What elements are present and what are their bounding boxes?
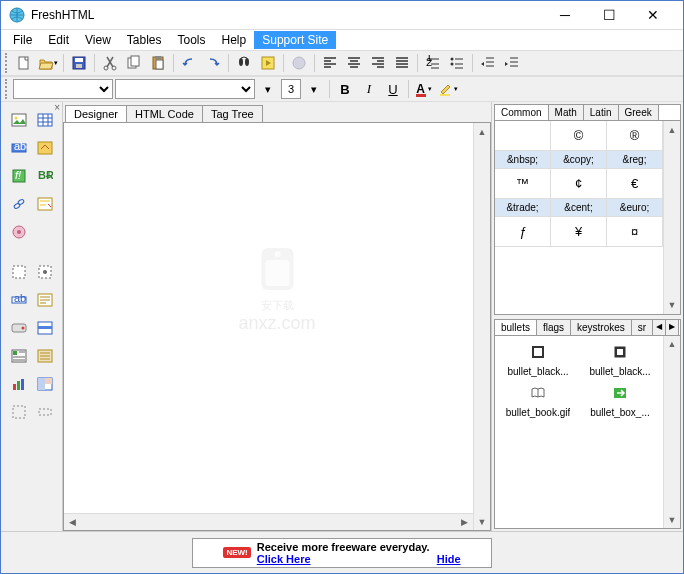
char-cent[interactable]: ¢: [551, 169, 607, 199]
tool-marquee[interactable]: abc: [9, 138, 29, 158]
font-size-up-button[interactable]: ▾: [303, 78, 325, 100]
paragraph-select[interactable]: [13, 79, 113, 99]
align-justify-button[interactable]: [391, 52, 413, 74]
tab-html-code[interactable]: HTML Code: [126, 105, 203, 122]
undo-button[interactable]: [178, 52, 200, 74]
tool-radio[interactable]: [35, 262, 55, 282]
font-size-input[interactable]: [281, 79, 301, 99]
editor-canvas[interactable]: 安下载 anxz.com ▲ ▼ ◀ ▶: [63, 122, 491, 531]
scroll-left-icon[interactable]: ◀: [64, 514, 81, 530]
outdent-button[interactable]: [477, 52, 499, 74]
save-button[interactable]: [68, 52, 90, 74]
tool-script[interactable]: f!: [9, 166, 29, 186]
font-color-button[interactable]: A▾: [413, 78, 435, 100]
charpanel-tab-greek[interactable]: Greek: [619, 105, 659, 120]
bulletpanel-tab-keystrokes[interactable]: keystrokes: [571, 320, 632, 335]
italic-button[interactable]: I: [358, 78, 380, 100]
scroll-right-icon[interactable]: ▶: [456, 514, 473, 530]
menu-help[interactable]: Help: [214, 31, 255, 49]
tool-fieldset[interactable]: [35, 346, 55, 366]
scroll-down-icon[interactable]: ▼: [474, 513, 490, 530]
char-nbsp[interactable]: [495, 121, 551, 151]
underline-button[interactable]: U: [382, 78, 404, 100]
tool-select[interactable]: [35, 318, 55, 338]
hide-link[interactable]: Hide: [437, 553, 461, 565]
char-euro[interactable]: €: [607, 169, 663, 199]
bulletpanel-tab-bullets[interactable]: bullets: [495, 320, 537, 335]
list-unordered-button[interactable]: [446, 52, 468, 74]
highlight-color-button[interactable]: ▾: [437, 78, 459, 100]
menu-support-site[interactable]: Support Site: [254, 31, 336, 49]
bulletpanel-scrollbar[interactable]: ▲ ▼: [663, 336, 680, 529]
new-button[interactable]: [13, 52, 35, 74]
tool-span[interactable]: [35, 402, 55, 422]
align-right-button[interactable]: [367, 52, 389, 74]
bulletpanel-tab-sr[interactable]: sr: [632, 320, 653, 335]
cut-button[interactable]: [99, 52, 121, 74]
indent-button[interactable]: [501, 52, 523, 74]
find-button[interactable]: [233, 52, 255, 74]
font-size-down-button[interactable]: ▾: [257, 78, 279, 100]
tool-form[interactable]: [35, 194, 55, 214]
toolbar-grip[interactable]: [5, 53, 9, 73]
menu-view[interactable]: View: [77, 31, 119, 49]
menu-edit[interactable]: Edit: [40, 31, 77, 49]
bullet-item-0[interactable]: bullet_black...: [499, 344, 577, 377]
scroll-down-icon[interactable]: ▼: [664, 297, 680, 314]
tool-hyperlink[interactable]: [9, 194, 29, 214]
char-reg[interactable]: ®: [607, 121, 663, 151]
scroll-up-icon[interactable]: ▲: [474, 123, 490, 140]
charpanel-scrollbar[interactable]: ▲ ▼: [663, 121, 680, 314]
tool-frame[interactable]: [35, 374, 55, 394]
char-curren[interactable]: ¤: [607, 217, 663, 247]
menu-tools[interactable]: Tools: [170, 31, 214, 49]
tool-div[interactable]: [9, 402, 29, 422]
charpanel-tab-common[interactable]: Common: [495, 105, 549, 120]
bullet-item-3[interactable]: bullet_box_...: [581, 385, 659, 418]
list-ordered-button[interactable]: 12: [422, 52, 444, 74]
align-center-button[interactable]: [343, 52, 365, 74]
char-trade[interactable]: ™: [495, 169, 551, 199]
bulletpanel-nav-left[interactable]: ◀: [653, 320, 666, 335]
editor-scrollbar-v[interactable]: ▲ ▼: [473, 123, 490, 530]
click-here-link[interactable]: Click Here: [257, 553, 311, 565]
menu-file[interactable]: File: [5, 31, 40, 49]
tool-break[interactable]: BR: [35, 166, 55, 186]
bullet-item-1[interactable]: bullet_black...: [581, 344, 659, 377]
tool-table[interactable]: [35, 110, 55, 130]
bulletpanel-tab-flags[interactable]: flags: [537, 320, 571, 335]
close-button[interactable]: ✕: [631, 1, 675, 29]
open-button[interactable]: ▾: [37, 52, 59, 74]
scroll-up-icon[interactable]: ▲: [664, 121, 680, 138]
editor-scrollbar-h[interactable]: ◀ ▶: [64, 513, 473, 530]
char-fnof[interactable]: ƒ: [495, 217, 551, 247]
palette-close-icon[interactable]: ×: [54, 102, 60, 113]
redo-button[interactable]: [202, 52, 224, 74]
font-select[interactable]: [115, 79, 255, 99]
charpanel-tab-math[interactable]: Math: [549, 105, 584, 120]
tab-designer[interactable]: Designer: [65, 105, 127, 122]
char-copy[interactable]: ©: [551, 121, 607, 151]
tool-chart[interactable]: [9, 374, 29, 394]
tool-list[interactable]: [9, 346, 29, 366]
bullet-item-2[interactable]: bullet_book.gif: [499, 385, 577, 418]
tool-image[interactable]: [9, 110, 29, 130]
align-left-button[interactable]: [319, 52, 341, 74]
tool-textfield[interactable]: ab: [9, 290, 29, 310]
tool-object[interactable]: [9, 222, 29, 242]
char-yen[interactable]: ¥: [551, 217, 607, 247]
bulletpanel-nav-right[interactable]: ▶: [666, 320, 679, 335]
charpanel-tab-latin[interactable]: Latin: [584, 105, 619, 120]
tool-checkbox[interactable]: [9, 262, 29, 282]
preview-button[interactable]: [257, 52, 279, 74]
scroll-up-icon[interactable]: ▲: [664, 336, 680, 353]
tab-tag-tree[interactable]: Tag Tree: [202, 105, 263, 122]
tool-textarea[interactable]: [35, 290, 55, 310]
paste-button[interactable]: [147, 52, 169, 74]
tool-button[interactable]: [9, 318, 29, 338]
menu-tables[interactable]: Tables: [119, 31, 170, 49]
link-button[interactable]: [288, 52, 310, 74]
tool-anchor[interactable]: [35, 138, 55, 158]
maximize-button[interactable]: ☐: [587, 1, 631, 29]
copy-button[interactable]: [123, 52, 145, 74]
